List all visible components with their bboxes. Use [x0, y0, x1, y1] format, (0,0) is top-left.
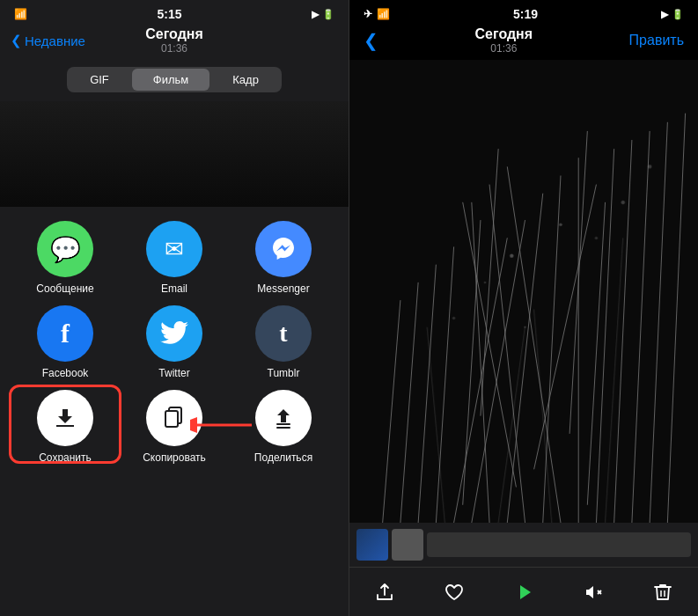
email-label: Email	[161, 282, 187, 295]
tumblr-icon: t	[279, 319, 287, 348]
trash-icon	[654, 583, 672, 602]
timeline-bar	[349, 523, 698, 567]
red-arrow-icon	[190, 414, 261, 436]
share-icon-circle	[255, 390, 312, 446]
timeline-track[interactable]	[427, 532, 691, 557]
svg-point-38	[595, 237, 598, 239]
battery-icon: 🔋	[322, 9, 334, 20]
right-wifi-icon: 📶	[377, 8, 390, 20]
mute-icon	[584, 583, 603, 602]
toolbar-play-button[interactable]	[506, 575, 541, 610]
twitter-icon-circle	[146, 305, 202, 362]
right-nav-bar: ❮ Сегодня 01:36 Править	[349, 25, 698, 60]
email-icon: ✉	[165, 236, 184, 263]
share-grid: 💬 Сообщение ✉ Email Messenger f	[0, 207, 349, 471]
right-nav-subtitle: 01:36	[474, 42, 533, 55]
video-content	[349, 60, 698, 523]
share-item-email[interactable]: ✉ Email	[123, 221, 225, 295]
share2-icon	[271, 406, 296, 430]
preview-area	[0, 101, 349, 207]
svg-point-34	[510, 254, 513, 258]
share-item-tumblr[interactable]: t Tumblr	[232, 305, 334, 379]
toolbar-delete-button[interactable]	[645, 575, 680, 610]
right-panel: ✈ 📶 5:19 ▶ 🔋 ❮ Сегодня 01:36 Править	[349, 0, 698, 616]
left-nav-title-block: Сегодня 01:36	[145, 26, 203, 55]
right-status-left: ✈ 📶	[364, 8, 390, 20]
right-nav-title: Сегодня	[474, 26, 533, 42]
right-chevron-icon: ❮	[364, 31, 378, 50]
share-item-twitter[interactable]: Twitter	[123, 305, 225, 379]
video-preview	[349, 60, 698, 523]
svg-point-35	[559, 224, 562, 226]
left-nav-subtitle: 01:36	[145, 42, 203, 55]
messenger-icon	[269, 235, 298, 263]
message-label: Сообщение	[36, 282, 93, 295]
timeline-thumb-2	[392, 529, 423, 561]
svg-point-40	[648, 165, 651, 168]
right-nav-title-block: Сегодня 01:36	[474, 26, 533, 55]
email-icon-circle: ✉	[146, 221, 202, 277]
left-nav-bar: ❮ Недавние Сегодня 01:36	[0, 25, 349, 60]
right-battery-icon: 🔋	[672, 9, 684, 20]
toolbar-mute-button[interactable]	[576, 575, 611, 610]
tumblr-label: Tumblr	[268, 367, 300, 379]
share-item-copy[interactable]: Скопировать	[123, 390, 225, 464]
segment-control: GIF Фильм Кадр	[67, 67, 282, 92]
location-icon: ▶	[312, 9, 319, 20]
twitter-icon	[160, 321, 188, 346]
preview-bg	[0, 101, 349, 207]
share-item-save[interactable]: Сохранить	[14, 390, 116, 464]
airplane-icon: ✈	[364, 8, 372, 20]
segment-gif[interactable]: GIF	[69, 69, 130, 91]
right-nav-edit[interactable]: Править	[629, 33, 684, 48]
left-nav-back-label[interactable]: Недавние	[25, 33, 85, 48]
left-status-signals: 📶	[14, 8, 27, 20]
right-status-bar: ✈ 📶 5:19 ▶ 🔋	[349, 0, 698, 25]
right-nav-back[interactable]: ❮	[364, 30, 378, 51]
timeline-thumb-1	[356, 529, 388, 561]
arrow-indicator	[190, 414, 261, 436]
save-icon	[53, 406, 77, 430]
svg-point-37	[484, 282, 486, 283]
right-status-right: ▶ 🔋	[661, 9, 684, 20]
svg-rect-6	[349, 60, 698, 523]
left-chevron-icon: ❮	[11, 33, 22, 48]
share-item-messenger[interactable]: Messenger	[232, 221, 334, 295]
video-background	[349, 60, 698, 523]
segment-frame[interactable]: Кадр	[211, 69, 280, 91]
heart-icon	[445, 583, 464, 602]
wifi-icon: 📶	[14, 8, 27, 20]
play-icon	[514, 583, 533, 602]
facebook-label: Facebook	[42, 367, 89, 379]
svg-point-39	[525, 326, 526, 327]
svg-rect-5	[276, 427, 290, 429]
left-panel: 📶 5:15 ▶ 🔋 ❮ Недавние Сегодня 01:36 GIF …	[0, 0, 349, 616]
message-icon-circle: 💬	[37, 221, 93, 277]
tumblr-icon-circle: t	[255, 305, 312, 362]
left-nav-back[interactable]: ❮ Недавние	[11, 33, 85, 48]
svg-marker-42	[520, 585, 531, 599]
share-item-facebook[interactable]: f Facebook	[14, 305, 116, 379]
share2-label: Поделиться	[254, 451, 312, 464]
messenger-icon-circle	[255, 221, 312, 277]
svg-rect-4	[276, 423, 290, 425]
left-status-right: ▶ 🔋	[312, 9, 334, 20]
share-item-message[interactable]: 💬 Сообщение	[14, 221, 116, 295]
right-location-icon: ▶	[661, 9, 668, 20]
left-status-bar: 📶 5:15 ▶ 🔋	[0, 0, 349, 25]
svg-point-41	[452, 317, 455, 319]
toolbar-heart-button[interactable]	[437, 575, 472, 610]
message-icon: 💬	[50, 235, 81, 264]
segment-bar: GIF Фильм Кадр	[0, 60, 349, 101]
facebook-icon-circle: f	[37, 305, 93, 362]
toolbar-share-button[interactable]	[367, 575, 402, 610]
segment-film[interactable]: Фильм	[132, 69, 209, 91]
save-icon-circle	[37, 390, 93, 446]
copy-icon	[162, 406, 187, 430]
twitter-label: Twitter	[158, 367, 189, 379]
left-status-time: 5:15	[157, 7, 181, 21]
svg-point-36	[621, 201, 625, 204]
left-nav-title: Сегодня	[145, 26, 203, 42]
toolbar-share-icon	[375, 583, 394, 602]
copy-label: Скопировать	[143, 451, 206, 464]
